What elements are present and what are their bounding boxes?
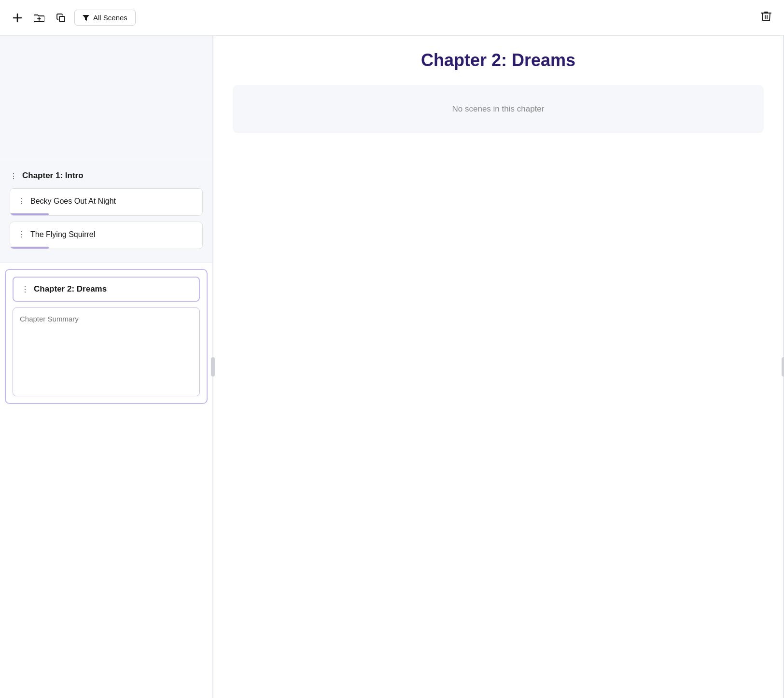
scene-card-squirrel-inner: ⋮ The Flying Squirrel [10, 222, 202, 249]
chapter-2-summary-area [13, 307, 200, 396]
chapter-1-title: Chapter 1: Intro [22, 171, 84, 181]
scene-becky-title: Becky Goes Out At Night [30, 197, 116, 206]
chapter-2-drag-icon[interactable]: ⋮ [21, 285, 29, 294]
chapter-summary-input[interactable] [20, 315, 193, 387]
chapter-2-section: ⋮ Chapter 2: Dreams [5, 269, 208, 404]
no-scenes-text: No scenes in this chapter [452, 104, 545, 113]
scene-card-squirrel[interactable]: ⋮ The Flying Squirrel [10, 222, 203, 249]
scene-squirrel-accent [10, 247, 49, 249]
add-button[interactable] [10, 10, 25, 26]
chapter-1-section: ⋮ Chapter 1: Intro ⋮ Becky Goes Out At N… [0, 161, 212, 263]
chapter-1-drag-handle-icon[interactable]: ⋮ [10, 171, 17, 181]
app-container: All Scenes ⋮ Chapter 1: Intro [0, 0, 784, 698]
add-folder-button[interactable] [31, 10, 47, 26]
chapter-2-title: Chapter 2: Dreams [34, 284, 107, 294]
right-panel: Chapter 2: Dreams No scenes in this chap… [213, 36, 783, 698]
no-scenes-card: No scenes in this chapter [233, 85, 764, 133]
svg-rect-4 [59, 16, 65, 22]
chapter-placeholder-area [0, 36, 212, 161]
scene-card-becky-inner: ⋮ Becky Goes Out At Night [10, 189, 202, 215]
left-panel-divider[interactable] [212, 36, 213, 698]
filter-label: All Scenes [93, 14, 127, 22]
toolbar: All Scenes [0, 0, 784, 36]
copy-button[interactable] [53, 10, 69, 26]
chapter-2-header-card[interactable]: ⋮ Chapter 2: Dreams [13, 277, 200, 302]
filter-button[interactable]: All Scenes [74, 10, 136, 26]
delete-button[interactable] [758, 8, 774, 28]
chapter-main-title: Chapter 2: Dreams [233, 50, 764, 70]
left-panel: ⋮ Chapter 1: Intro ⋮ Becky Goes Out At N… [0, 36, 212, 698]
main-content: ⋮ Chapter 1: Intro ⋮ Becky Goes Out At N… [0, 36, 784, 698]
scene-card-becky[interactable]: ⋮ Becky Goes Out At Night [10, 188, 203, 216]
scene-becky-accent [10, 213, 49, 215]
chapter-1-header: ⋮ Chapter 1: Intro [10, 171, 203, 181]
scene-squirrel-drag-icon[interactable]: ⋮ [18, 230, 26, 239]
scene-becky-drag-icon[interactable]: ⋮ [18, 196, 26, 206]
chapter-2-container: ⋮ Chapter 2: Dreams [0, 263, 212, 412]
scene-squirrel-title: The Flying Squirrel [30, 230, 95, 239]
